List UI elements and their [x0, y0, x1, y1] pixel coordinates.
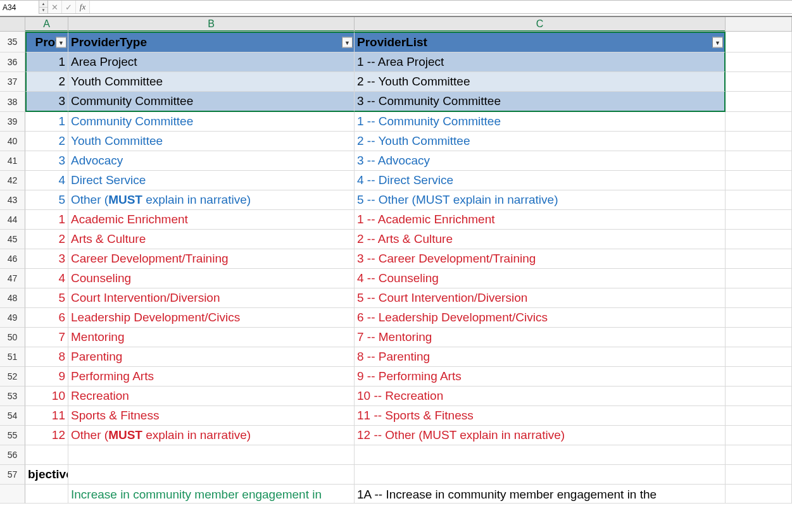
cell-B37[interactable]: Youth Committee	[68, 72, 355, 92]
row-header[interactable]: 35	[0, 32, 25, 53]
cell-B47[interactable]: Counseling	[68, 269, 355, 288]
cell-B44[interactable]: Academic Enrichment	[68, 210, 355, 230]
cell-C46[interactable]: 3 -- Career Development/Training	[355, 249, 726, 269]
cell-A57[interactable]: bjectives	[25, 465, 68, 485]
cell-A35[interactable]: Provi▼	[25, 32, 68, 53]
cell-A43[interactable]: 5	[25, 190, 68, 210]
cell-C44[interactable]: 1 -- Academic Enrichment	[355, 210, 726, 230]
col-header-A[interactable]: A	[25, 17, 68, 32]
select-all-corner[interactable]	[0, 17, 25, 32]
cell-D54[interactable]	[726, 406, 792, 426]
cell-D46[interactable]	[726, 249, 792, 269]
cell-A38[interactable]: 3	[25, 92, 68, 112]
cell-B53[interactable]: Recreation	[68, 387, 355, 406]
cell-A39[interactable]: 1	[25, 112, 68, 132]
cell-D40[interactable]	[726, 132, 792, 151]
cell-B48[interactable]: Court Intervention/Diversion	[68, 288, 355, 308]
cell-B42[interactable]: Direct Service	[68, 171, 355, 190]
filter-dropdown-icon[interactable]: ▼	[342, 37, 353, 48]
row-header[interactable]: 36	[0, 53, 25, 72]
formula-input[interactable]	[90, 1, 792, 13]
cell-D55[interactable]	[726, 426, 792, 445]
cell-C53[interactable]: 10 -- Recreation	[355, 387, 726, 406]
cell-C51[interactable]: 8 -- Parenting	[355, 347, 726, 367]
cell-B52[interactable]: Performing Arts	[68, 367, 355, 387]
cell-D42[interactable]	[726, 171, 792, 190]
row-header[interactable]: 42	[0, 171, 25, 190]
cell-D36[interactable]	[726, 53, 792, 72]
cell-B-partial[interactable]: Increase in community member engagement …	[68, 485, 355, 504]
spinner-down-icon[interactable]: ▼	[39, 7, 47, 14]
name-box[interactable]	[0, 1, 39, 15]
cell-A47[interactable]: 4	[25, 269, 68, 288]
spinner-up-icon[interactable]: ▲	[39, 1, 47, 7]
cell-D38[interactable]	[726, 92, 792, 112]
row-header[interactable]: 53	[0, 387, 25, 406]
cell-B41[interactable]: Advocacy	[68, 151, 355, 171]
row-header[interactable]: 41	[0, 151, 25, 171]
row-header[interactable]: 49	[0, 308, 25, 328]
row-header[interactable]: 47	[0, 269, 25, 288]
cell-C50[interactable]: 7 -- Mentoring	[355, 328, 726, 347]
cell-B39[interactable]: Community Committee	[68, 112, 355, 132]
cell-C48[interactable]: 5 -- Court Intervention/Diversion	[355, 288, 726, 308]
cell-A36[interactable]: 1	[25, 53, 68, 72]
cell-D45[interactable]	[726, 230, 792, 249]
cell-C57[interactable]	[355, 465, 726, 485]
cell-D-partial[interactable]	[726, 485, 792, 504]
cell-A53[interactable]: 10	[25, 387, 68, 406]
cell-C35[interactable]: ProviderList▼	[355, 32, 726, 53]
row-header[interactable]: 38	[0, 92, 25, 112]
filter-dropdown-icon[interactable]: ▼	[712, 37, 723, 48]
cell-B38[interactable]: Community Committee	[68, 92, 355, 112]
col-header-B[interactable]: B	[68, 17, 355, 32]
cell-B51[interactable]: Parenting	[68, 347, 355, 367]
cell-D57[interactable]	[726, 465, 792, 485]
cell-A42[interactable]: 4	[25, 171, 68, 190]
cell-C54[interactable]: 11 -- Sports & Fitness	[355, 406, 726, 426]
cell-C55[interactable]: 12 -- Other (MUST explain in narrative)	[355, 426, 726, 445]
row-header[interactable]: 37	[0, 72, 25, 92]
cell-C42[interactable]: 4 -- Direct Service	[355, 171, 726, 190]
cell-D52[interactable]	[726, 367, 792, 387]
row-header[interactable]: 55	[0, 426, 25, 445]
cell-B35[interactable]: ProviderType▼	[68, 32, 355, 53]
cell-D41[interactable]	[726, 151, 792, 171]
row-header[interactable]	[0, 485, 25, 504]
cell-D44[interactable]	[726, 210, 792, 230]
cell-A51[interactable]: 8	[25, 347, 68, 367]
cell-B49[interactable]: Leadership Development/Civics	[68, 308, 355, 328]
cell-D51[interactable]	[726, 347, 792, 367]
row-header[interactable]: 57	[0, 465, 25, 485]
cell-B50[interactable]: Mentoring	[68, 328, 355, 347]
cell-C38[interactable]: 3 -- Community Committee	[355, 92, 726, 112]
cell-D49[interactable]	[726, 308, 792, 328]
row-header[interactable]: 56	[0, 445, 25, 465]
row-header[interactable]: 44	[0, 210, 25, 230]
cell-A48[interactable]: 5	[25, 288, 68, 308]
cell-A56[interactable]	[25, 445, 68, 465]
cell-B57[interactable]	[68, 465, 355, 485]
cell-D43[interactable]	[726, 190, 792, 210]
cell-C41[interactable]: 3 -- Advocacy	[355, 151, 726, 171]
cell-C56[interactable]	[355, 445, 726, 465]
cell-A54[interactable]: 11	[25, 406, 68, 426]
cell-A50[interactable]: 7	[25, 328, 68, 347]
cell-D39[interactable]	[726, 112, 792, 132]
cell-A44[interactable]: 1	[25, 210, 68, 230]
cell-C37[interactable]: 2 -- Youth Committee	[355, 72, 726, 92]
cell-C45[interactable]: 2 -- Arts & Culture	[355, 230, 726, 249]
insert-function-button[interactable]: fx	[76, 1, 90, 13]
col-header-D[interactable]	[726, 17, 792, 32]
row-header[interactable]: 45	[0, 230, 25, 249]
cancel-formula-button[interactable]: ✕	[48, 1, 62, 13]
cell-A40[interactable]: 2	[25, 132, 68, 151]
cell-C43[interactable]: 5 -- Other (MUST explain in narrative)	[355, 190, 726, 210]
cell-A49[interactable]: 6	[25, 308, 68, 328]
cell-B46[interactable]: Career Development/Training	[68, 249, 355, 269]
cell-B45[interactable]: Arts & Culture	[68, 230, 355, 249]
cell-C47[interactable]: 4 -- Counseling	[355, 269, 726, 288]
cell-D35[interactable]	[726, 32, 792, 53]
accept-formula-button[interactable]: ✓	[62, 1, 76, 13]
cell-D48[interactable]	[726, 288, 792, 308]
